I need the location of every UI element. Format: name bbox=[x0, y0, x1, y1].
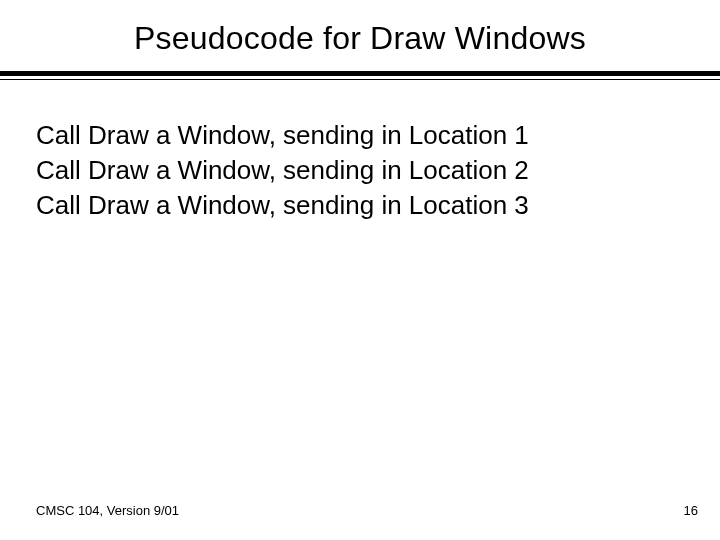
pseudocode-line: Call Draw a Window, sending in Location … bbox=[36, 188, 684, 223]
footer-right-page-number: 16 bbox=[684, 503, 698, 518]
divider-thick bbox=[0, 71, 720, 76]
divider bbox=[0, 71, 720, 80]
slide-body: Call Draw a Window, sending in Location … bbox=[0, 80, 720, 223]
pseudocode-line: Call Draw a Window, sending in Location … bbox=[36, 118, 684, 153]
slide-title: Pseudocode for Draw Windows bbox=[0, 20, 720, 57]
footer-left: CMSC 104, Version 9/01 bbox=[36, 503, 179, 518]
title-wrap: Pseudocode for Draw Windows bbox=[0, 0, 720, 57]
slide: Pseudocode for Draw Windows Call Draw a … bbox=[0, 0, 720, 540]
pseudocode-line: Call Draw a Window, sending in Location … bbox=[36, 153, 684, 188]
